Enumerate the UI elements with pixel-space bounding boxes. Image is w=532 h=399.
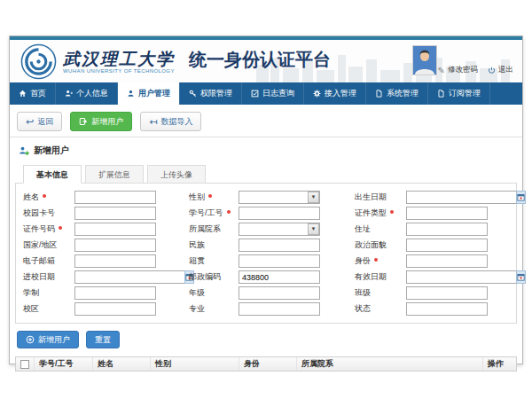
field-country-region: 国家/地区	[23, 239, 156, 252]
field-major: 专业	[189, 302, 322, 316]
form-actions: 新增用户 重置	[17, 331, 522, 348]
field-native-place: 籍贯	[189, 254, 322, 268]
select-all-checkbox[interactable]	[20, 360, 29, 369]
field-label: 校园卡号	[23, 207, 74, 219]
address-input[interactable]	[406, 223, 488, 236]
tab-basic-info[interactable]: 基本信息	[23, 165, 82, 184]
id-number-input[interactable]	[74, 223, 156, 236]
field-campus-card-no: 校园卡号	[23, 207, 156, 220]
valid-date-datepicker	[406, 270, 488, 284]
field-political-status: 政治面貌	[355, 239, 488, 252]
enroll-date-input[interactable]	[74, 270, 184, 284]
reset-label: 重置	[95, 334, 111, 346]
field-label: 校区	[23, 303, 74, 315]
calendar-icon[interactable]	[516, 191, 526, 204]
import-label: 数据导入	[160, 116, 192, 128]
field-label: 国家/地区	[23, 239, 74, 251]
country-region-input[interactable]	[74, 239, 156, 252]
nav-tab-system-management[interactable]: 系统管理	[366, 82, 428, 105]
nav-tab-profile[interactable]: 个人信息	[56, 82, 118, 105]
file-icon	[437, 90, 445, 98]
section-title: 新增用户	[34, 145, 69, 157]
main-nav: 首页个人信息用户管理权限管理日志查询接入管理系统管理订阅管理	[10, 82, 522, 105]
student-no-input[interactable]	[239, 207, 320, 220]
name-input[interactable]	[74, 191, 156, 204]
native-place-input[interactable]	[239, 254, 320, 268]
back-button[interactable]: ↩ 返回	[17, 112, 62, 131]
nav-tab-label: 订阅管理	[449, 88, 481, 99]
required-marker	[43, 194, 46, 198]
identity-input[interactable]	[406, 254, 488, 268]
id-type-input[interactable]	[406, 207, 488, 220]
column-header: 操作	[482, 357, 516, 371]
form-row: 学制年级班级	[23, 286, 509, 301]
field-label: 有效日期	[355, 271, 406, 283]
nav-tab-access-management[interactable]: 接入管理	[304, 82, 366, 105]
submit-add-user-button[interactable]: 新增用户	[17, 331, 79, 348]
nav-tab-user-management[interactable]: 用户管理	[118, 82, 180, 105]
data-import-button[interactable]: ↤ 数据导入	[140, 112, 201, 131]
calendar-icon[interactable]	[516, 270, 526, 284]
form-row: 进校日期邮政编码有效日期	[23, 270, 509, 285]
submit-label: 新增用户	[38, 334, 70, 346]
user-avatar[interactable]	[412, 45, 437, 75]
logout-link[interactable]: 退出	[488, 65, 513, 75]
field-label: 姓名	[23, 192, 74, 203]
ethnicity-input[interactable]	[239, 239, 320, 252]
platform-title: 统一身份认证平台	[189, 48, 331, 75]
reset-button[interactable]: 重置	[86, 331, 120, 348]
add-user-label: 新增用户	[91, 116, 123, 128]
change-password-link[interactable]: ✎ 修改密码	[438, 65, 478, 75]
field-label: 身份	[355, 255, 406, 267]
email-input[interactable]	[74, 254, 156, 268]
field-birth-date: 出生日期	[355, 191, 488, 204]
nav-tab-label: 系统管理	[387, 88, 419, 99]
field-label: 证件类型	[355, 207, 406, 219]
class-input[interactable]	[406, 286, 488, 300]
schooling-length-input[interactable]	[74, 286, 156, 300]
nav-tab-home[interactable]: 首页	[10, 82, 56, 105]
field-label: 电子邮箱	[23, 255, 74, 267]
nav-tab-label: 用户管理	[138, 88, 170, 99]
field-label: 民族	[189, 239, 239, 251]
form-panel: 姓名性别▼出生日期校园卡号学号/工号证件类型证件号码所属院系▼住址国家/地区民族…	[15, 183, 517, 324]
toolbar: ↩ 返回 新增用户 ↤ 数据导入	[10, 105, 522, 137]
status-input[interactable]	[406, 302, 488, 316]
major-input[interactable]	[239, 302, 320, 316]
field-label: 籍贯	[189, 255, 239, 267]
nav-tab-permission-management[interactable]: 权限管理	[180, 82, 242, 105]
brand-area: 武汉理工大学 WUHAN UNIVERSITY OF TECHNOLOGY 统一…	[20, 43, 331, 80]
political-status-input[interactable]	[406, 239, 488, 252]
field-label: 证件号码	[23, 223, 74, 235]
birth-date-input[interactable]	[406, 191, 516, 204]
form-row: 校区专业状态	[23, 301, 509, 317]
logout-label: 退出	[498, 65, 513, 75]
header: 武汉理工大学 WUHAN UNIVERSITY OF TECHNOLOGY 统一…	[10, 40, 522, 82]
power-icon	[488, 66, 496, 74]
content: ↩ 返回 新增用户 ↤ 数据导入	[10, 105, 522, 372]
form-row: 电子邮箱籍贯身份	[23, 254, 509, 269]
nav-tab-label: 个人信息	[76, 88, 108, 99]
field-label: 状态	[355, 303, 406, 315]
field-address: 住址	[355, 223, 488, 236]
field-ethnicity: 民族	[189, 239, 322, 252]
log-icon	[251, 90, 259, 98]
nav-tab-label: 日志查询	[262, 88, 294, 99]
file-icon	[375, 90, 383, 98]
nav-tab-subscription-management[interactable]: 订阅管理	[428, 82, 490, 105]
campus-input[interactable]	[74, 302, 156, 316]
field-postal-code: 邮政编码	[189, 270, 322, 284]
tab-upload-avatar[interactable]: 上传头像	[147, 165, 206, 184]
department-select[interactable]: ▼	[239, 223, 320, 236]
add-user-toolbar-button[interactable]: 新增用户	[70, 112, 132, 131]
page: 武汉理工大学 WUHAN UNIVERSITY OF TECHNOLOGY 统一…	[0, 0, 532, 399]
nav-tab-log-query[interactable]: 日志查询	[242, 82, 304, 105]
postal-code-input[interactable]	[239, 270, 320, 284]
gender-select[interactable]: ▼	[239, 191, 320, 204]
field-schooling-length: 学制	[23, 286, 156, 300]
grade-input[interactable]	[239, 286, 320, 300]
add-user-icon	[19, 145, 29, 156]
tab-extended-info[interactable]: 扩展信息	[85, 165, 144, 184]
campus-card-no-input[interactable]	[74, 207, 156, 220]
valid-date-input[interactable]	[406, 270, 516, 284]
